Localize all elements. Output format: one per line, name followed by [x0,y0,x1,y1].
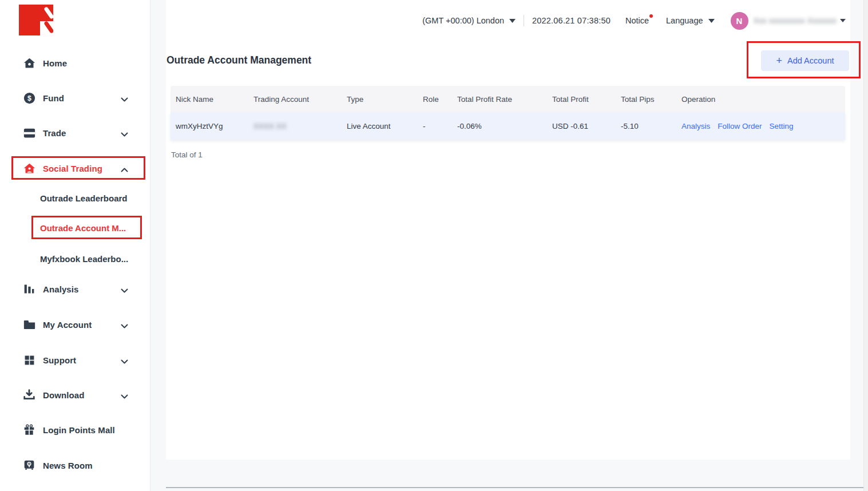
news-camera-icon [23,459,35,472]
sidebar-item-label: Myfxbook Leaderbo... [40,254,128,264]
cell-nick-name: wmXyHztVYg [176,122,253,130]
notice-label: Notice [625,16,649,25]
accounts-table: Nick Name Trading Account Type Role Tota… [171,86,845,140]
top-header-bar: (GMT +00:00) London 2022.06.21 07:38:50 … [343,0,846,41]
table-header-row: Nick Name Trading Account Type Role Tota… [171,86,845,112]
folder-icon [23,318,35,331]
server-datetime: 2022.06.21 07:38:50 [532,16,611,25]
home-icon [23,57,35,69]
chevron-down-icon [121,94,128,105]
column-header: Nick Name [176,95,253,104]
sidebar-item-trade[interactable]: Trade [0,121,150,144]
sidebar-item-label: Download [43,390,84,400]
footer-divider [166,487,863,488]
bar-chart-icon [23,283,35,295]
column-header: Type [347,95,423,104]
username-redacted: Xxx xxxxxxxxx Xxxxxxx [754,16,837,25]
sidebar-item-news-room[interactable]: News Room [0,454,150,477]
user-avatar[interactable]: N [731,12,748,30]
page-title: Outrade Account Management [167,54,311,66]
cell-role: - [423,122,457,130]
vertical-scrollbar[interactable] [863,0,868,491]
download-icon [23,389,35,401]
sidebar-item-login-points-mall[interactable]: Login Points Mall [0,418,150,441]
setting-link[interactable]: Setting [770,122,794,130]
language-selector[interactable]: Language [666,16,715,25]
caret-down-icon [708,19,715,23]
avatar-letter: N [736,16,743,26]
sidebar-item-label: Analysis [43,284,79,294]
sidebar-item-support[interactable]: Support [0,349,150,371]
grid-icon [23,354,35,366]
sidebar-item-outrade-leaderboard[interactable]: Outrade Leaderboard [0,187,150,209]
sidebar-item-outrade-account-management[interactable]: Outrade Account M... [0,216,150,239]
cell-trading-account: XXXX XX [253,122,347,130]
follow-order-link[interactable]: Follow Order [718,122,762,130]
sidebar-item-label: News Room [43,461,93,470]
social-trading-icon [23,162,35,175]
chevron-down-icon [121,286,128,296]
sidebar-item-label: Outrade Leaderboard [40,193,128,203]
caret-down-icon [509,19,516,23]
trading-account-redacted: XXXX XX [253,122,287,130]
plus-icon: + [776,56,783,66]
sidebar-item-label: Trade [43,128,66,138]
sidebar: Home $ Fund Trade Social Trading Outrade… [0,0,150,491]
add-account-button[interactable]: + Add Account [761,50,849,71]
sidebar-item-home[interactable]: Home [0,52,150,74]
sidebar-item-label: Login Points Mall [43,425,115,435]
column-header: Trading Account [253,95,347,104]
timezone-label: (GMT +00:00) London [422,16,504,25]
gift-icon [23,423,35,436]
sidebar-item-label: Support [43,355,76,365]
chevron-down-icon [121,391,128,402]
column-header: Total Pips [621,95,681,104]
sidebar-item-fund[interactable]: $ Fund [0,86,150,109]
sidebar-item-label: Home [43,58,67,68]
sidebar-item-download[interactable]: Download [0,383,150,406]
cell-total-profit: USD -0.61 [552,122,621,130]
brand-logo[interactable] [19,5,53,35]
wallet-icon [23,126,35,139]
language-label: Language [666,16,703,25]
column-header: Operation [681,95,845,104]
sidebar-item-label: My Account [43,320,92,330]
timezone-selector[interactable]: (GMT +00:00) London [422,16,516,25]
sidebar-item-label: Outrade Account M... [40,223,126,233]
main-content-card [166,0,850,460]
sidebar-item-label: Fund [43,93,64,103]
column-header: Role [423,95,457,104]
sidebar-item-label: Social Trading [43,164,102,173]
svg-text:$: $ [27,94,31,102]
user-menu-caret-icon[interactable] [840,19,846,22]
column-header: Total Profit Rate [457,95,552,104]
cell-operations: Analysis Follow Order Setting [681,122,845,130]
notice-link[interactable]: Notice [625,16,649,25]
chevron-down-icon [121,129,128,140]
table-row: wmXyHztVYg XXXX XX Live Account - -0.06%… [171,112,845,140]
header-divider [524,15,524,26]
add-account-label: Add Account [787,56,834,65]
sidebar-item-my-account[interactable]: My Account [0,313,150,336]
notice-badge-dot [649,14,653,18]
chevron-up-icon [121,165,128,175]
sidebar-item-analysis[interactable]: Analysis [0,278,150,300]
column-header: Total Profit [552,95,621,104]
chevron-down-icon [121,357,128,367]
cell-total-profit-rate: -0.06% [457,122,552,130]
total-count-label: Total of 1 [171,151,203,159]
analysis-link[interactable]: Analysis [681,122,710,130]
sidebar-item-myfxbook-leaderboard[interactable]: Myfxbook Leaderbo... [0,247,150,270]
cell-type: Live Account [347,122,423,130]
sidebar-item-social-trading[interactable]: Social Trading [0,157,150,180]
dollar-icon: $ [23,92,35,104]
chevron-down-icon [121,321,128,331]
cell-total-pips: -5.10 [621,122,681,130]
